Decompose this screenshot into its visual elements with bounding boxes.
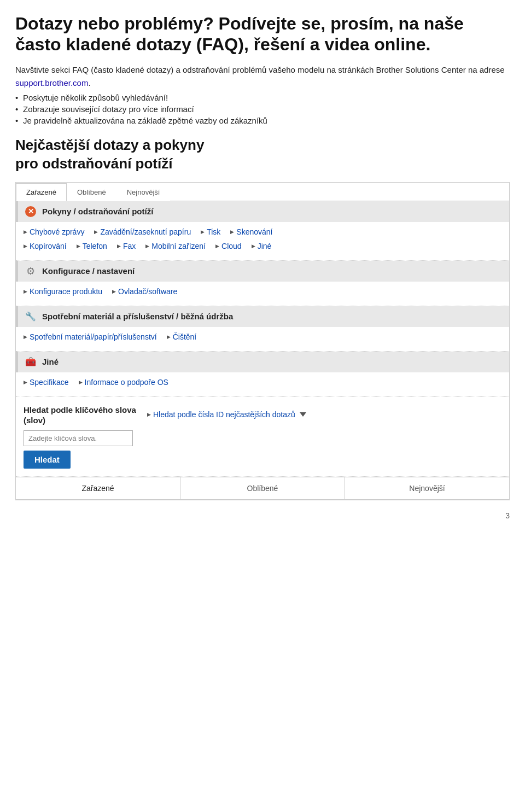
category-configuration: ⚙ Konfigurace / nastavení Konfigurace pr… xyxy=(16,261,509,306)
link-informace-os[interactable]: Informace o podpoře OS xyxy=(79,378,168,387)
bottom-tab-nejnovejsi[interactable]: Nejnovější xyxy=(345,477,509,499)
link-ovladac[interactable]: Ovladač/software xyxy=(112,287,177,296)
link-tisk[interactable]: Tisk xyxy=(201,227,220,236)
category-other: 🧰 Jiné Specifikace Informace o podpoře O… xyxy=(16,352,509,397)
section-heading: Nejčastější dotazy a pokyny pro odstraňo… xyxy=(15,136,510,173)
tab-zarazene[interactable]: Zařazené xyxy=(16,183,67,201)
category-other-header: 🧰 Jiné xyxy=(16,352,509,372)
link-kopirovani[interactable]: Kopírování xyxy=(24,242,67,250)
category-consumables-title: Spotřební materiál a příslušenství / běž… xyxy=(42,312,233,321)
bullet-item-2: Zobrazuje související dotazy pro více in… xyxy=(15,104,510,114)
link-zavadeni[interactable]: Zavádění/zaseknutí papíru xyxy=(94,227,191,236)
faq-box: Zařazené Oblíbené Nejnovější ✕ Pokyny / … xyxy=(15,182,510,500)
category-troubleshooting-links: Chybové zprávy Zavádění/zaseknutí papíru… xyxy=(16,222,509,260)
link-chybove-zpravy[interactable]: Chybové zprávy xyxy=(24,227,84,236)
link-fax[interactable]: Fax xyxy=(117,242,136,250)
link-konfigurace-produktu[interactable]: Konfigurace produktu xyxy=(24,287,102,296)
search-right: Hledat podle čísla ID nejčastějších dota… xyxy=(147,405,501,420)
bullet-item-3: Je pravidelně aktualizována na základě z… xyxy=(15,116,510,125)
category-configuration-title: Konfigurace / nastavení xyxy=(42,266,135,276)
bullet-list: Poskytuje několik způsobů vyhledávání! Z… xyxy=(15,93,510,125)
bullet-item-1: Poskytuje několik způsobů vyhledávání! xyxy=(15,93,510,102)
category-consumables-links: Spotřební materiál/papír/příslušenství Č… xyxy=(16,327,509,351)
category-configuration-header: ⚙ Konfigurace / nastavení xyxy=(16,261,509,282)
bottom-tab-oblibene[interactable]: Oblíbené xyxy=(180,477,345,499)
intro-body: Navštivte sekci FAQ (často kladené dotaz… xyxy=(15,65,505,74)
category-troubleshooting-header: ✕ Pokyny / odstraňování potíží xyxy=(16,201,509,222)
main-heading: Dotazy nebo problémy? Podívejte se, pros… xyxy=(15,13,510,55)
bottom-tabs-row: Zařazené Oblíbené Nejnovější xyxy=(16,477,509,500)
id-search-link[interactable]: Hledat podle čísla ID nejčastějších dota… xyxy=(147,410,295,419)
tab-oblibene[interactable]: Oblíbené xyxy=(67,183,116,201)
tab-nejnovejsi[interactable]: Nejnovější xyxy=(116,183,171,201)
tools-icon: 🔧 xyxy=(25,311,37,323)
link-spotrebni-material[interactable]: Spotřební materiál/papír/příslušenství xyxy=(24,332,157,341)
category-configuration-links: Konfigurace produktu Ovladač/software xyxy=(16,282,509,306)
support-link[interactable]: support.brother.com xyxy=(15,78,88,87)
tabs-row: Zařazené Oblíbené Nejnovější xyxy=(16,183,509,201)
link-telefon[interactable]: Telefon xyxy=(77,242,107,250)
x-circle-icon: ✕ xyxy=(25,206,37,218)
page-number: 3 xyxy=(15,511,510,520)
link-jine-1[interactable]: Jiné xyxy=(252,242,272,250)
gear-icon: ⚙ xyxy=(25,265,37,277)
briefcase-icon: 🧰 xyxy=(25,356,37,368)
category-consumables-header: 🔧 Spotřební materiál a příslušenství / b… xyxy=(16,306,509,327)
search-button[interactable]: Hledat xyxy=(24,451,71,469)
link-cisteni[interactable]: Čištění xyxy=(167,332,197,341)
category-other-title: Jiné xyxy=(42,357,59,366)
link-mobilni[interactable]: Mobilní zařízení xyxy=(145,242,206,250)
link-cloud[interactable]: Cloud xyxy=(215,242,242,250)
bottom-tab-zarazene[interactable]: Zařazené xyxy=(16,477,180,499)
link-specifikace[interactable]: Specifikace xyxy=(24,378,69,387)
category-other-links: Specifikace Informace o podpoře OS xyxy=(16,372,509,396)
link-skenovani[interactable]: Skenování xyxy=(230,227,272,236)
search-label: Hledat podle klíčového slova(slov) xyxy=(24,405,136,426)
category-troubleshooting: ✕ Pokyny / odstraňování potíží Chybové z… xyxy=(16,201,509,261)
search-input[interactable] xyxy=(24,430,133,446)
search-left: Hledat podle klíčového slova(slov) Hleda… xyxy=(24,405,136,469)
intro-text: Navštivte sekci FAQ (často kladené dotaz… xyxy=(15,64,510,77)
category-consumables: 🔧 Spotřební materiál a příslušenství / b… xyxy=(16,306,509,352)
category-troubleshooting-title: Pokyny / odstraňování potíží xyxy=(42,207,153,216)
search-section: Hledat podle klíčového slova(slov) Hleda… xyxy=(16,397,509,477)
